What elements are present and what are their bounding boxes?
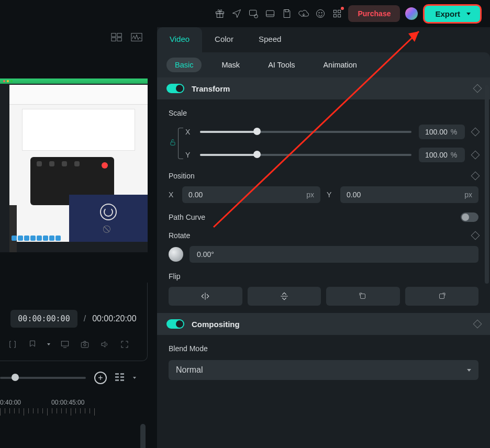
top-toolbar: Purchase Export [0,0,490,27]
gift-icon[interactable] [214,8,226,19]
svg-rect-24 [171,142,175,145]
fullscreen-icon[interactable] [119,339,130,350]
send-icon[interactable] [231,8,242,19]
svg-rect-13 [334,15,337,17]
path-curve-toggle[interactable] [461,212,478,222]
keyframe-diamond-icon[interactable] [471,231,480,240]
svg-rect-11 [334,10,337,13]
preview-column: ⃠ 00:00:00:00 / 00:00:20:00 + 0:40:0000:… [0,27,148,448]
scale-x-slider[interactable] [200,131,411,133]
save-icon[interactable] [281,8,293,19]
keyframe-diamond-icon[interactable] [471,172,480,181]
chevron-down-icon[interactable] [47,343,50,345]
svg-rect-25 [361,294,365,299]
svg-point-10 [321,13,322,14]
subtab-animation[interactable]: Animation [315,58,365,72]
svg-rect-7 [285,10,289,12]
blend-mode-label: Blend Mode [169,344,478,353]
rotate-label: Rotate [169,231,190,240]
chevron-down-icon [467,369,471,372]
zoom-in-button[interactable]: + [94,372,107,384]
current-time[interactable]: 00:00:00:00 [10,310,77,328]
svg-point-4 [254,15,258,18]
subtab-ai-tools[interactable]: AI Tools [260,58,303,72]
vertical-scrollbar[interactable] [140,424,146,448]
svg-rect-22 [81,342,88,348]
rotate-ccw-button[interactable] [326,287,400,306]
compositing-body: Blend Mode Normal [157,335,490,384]
svg-point-23 [84,344,86,346]
timeline-ruler[interactable]: 0:40:0000:00:45:00 [0,399,147,418]
scale-label: Scale [169,109,478,117]
transform-toggle[interactable] [166,84,184,93]
tab-video[interactable]: Video [157,27,202,52]
display-icon[interactable] [60,339,70,350]
scale-x-input[interactable]: 100.00% [419,125,465,139]
inspector-sub-tabs: Basic Mask AI Tools Animation [157,52,490,77]
position-x-input[interactable]: 0.00px [182,186,320,203]
pos-x-label: X [169,191,176,199]
scale-y-input[interactable]: 100.00% [419,148,465,162]
chevron-down-icon [466,13,471,15]
inspector-panel: Video Color Speed Basic Mask AI Tools An… [157,27,490,448]
waveform-thumbnail-icon[interactable] [131,32,142,42]
blend-mode-select[interactable]: Normal [169,360,478,380]
marker-icon[interactable] [27,339,38,350]
snapshot-icon[interactable] [80,339,90,350]
time-separator: / [84,314,86,323]
inspector-main-tabs: Video Color Speed [157,27,490,52]
svg-rect-16 [117,33,121,37]
rotate-input[interactable]: 0.00° [190,246,478,263]
path-curve-label: Path Curve [169,213,205,221]
transform-section-header: Transform [157,77,490,99]
keyframe-diamond-icon[interactable] [473,84,482,93]
support-icon[interactable] [315,8,326,19]
pos-y-label: Y [327,191,334,199]
brackets-icon[interactable] [7,339,18,350]
video-preview[interactable]: ⃠ [0,79,148,252]
purchase-button[interactable]: Purchase [348,5,400,22]
thumbnail-grid-icon[interactable] [111,32,122,42]
keyframe-diamond-icon[interactable] [471,128,480,137]
transform-body: Scale X 100.00% Y 100.00% Position X 0. [157,99,490,310]
cloud-download-icon[interactable] [298,8,309,19]
svg-rect-5 [266,10,274,17]
rotate-knob[interactable] [169,247,183,262]
svg-point-9 [319,13,320,14]
scale-y-slider[interactable] [200,154,411,156]
compositing-toggle[interactable] [166,319,184,329]
svg-rect-12 [338,10,341,13]
keyframe-diamond-icon[interactable] [473,320,482,329]
keyframe-diamond-icon[interactable] [471,151,480,160]
flip-vertical-button[interactable] [248,287,321,306]
transport-bar: 00:00:00:00 / 00:00:20:00 [0,283,148,361]
volume-icon[interactable] [99,339,110,350]
compositing-section-header: Compositing [157,313,490,335]
track-style-icon[interactable] [115,373,125,383]
rotate-cw-button[interactable] [405,287,479,306]
tab-color[interactable]: Color [202,27,246,52]
svg-rect-15 [112,33,116,37]
axis-x-label: X [185,128,193,136]
link-bracket [178,128,183,159]
tab-speed[interactable]: Speed [246,27,294,52]
axis-y-label: Y [185,151,193,159]
subtab-basic[interactable]: Basic [166,58,202,72]
svg-rect-26 [439,294,444,299]
total-time: 00:00:20:00 [92,314,137,323]
layout-icon[interactable] [264,8,276,19]
export-button[interactable]: Export [423,4,482,24]
svg-rect-14 [338,15,341,17]
position-y-input[interactable]: 0.00px [340,186,478,203]
lock-aspect-icon[interactable] [169,138,177,149]
subtab-mask[interactable]: Mask [213,58,248,72]
panel-scrollbar[interactable] [485,85,489,284]
apps-grid-icon[interactable] [331,8,343,19]
flip-horizontal-button[interactable] [169,287,242,306]
message-timer-icon[interactable] [248,8,259,19]
chevron-down-icon[interactable] [133,377,136,379]
svg-rect-20 [61,341,69,346]
zoom-slider[interactable] [0,377,86,379]
flip-label: Flip [169,272,181,281]
user-avatar[interactable] [405,7,418,20]
